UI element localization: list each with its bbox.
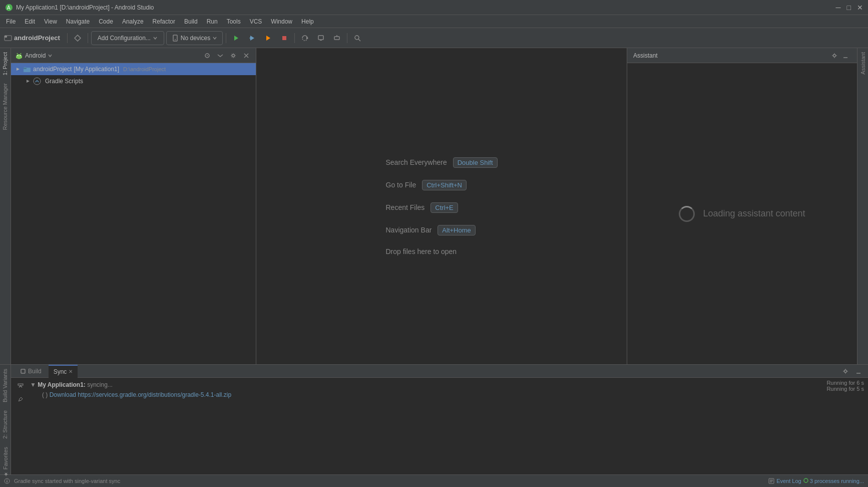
android-dropdown[interactable]: Android (25, 52, 53, 59)
hint-search-everywhere: Search Everywhere Double Shift (386, 157, 498, 168)
maximize-btn[interactable]: □ (847, 4, 851, 12)
right-vertical-tab: Assistant (857, 48, 868, 364)
bottom-action-icons (15, 380, 26, 472)
tree-expand-icon-root (15, 66, 21, 72)
tab-favorites[interactable]: ★ Favorites (0, 443, 11, 481)
search-everywhere-button[interactable] (350, 31, 364, 45)
folder-icon-root (23, 65, 31, 73)
sdk-button[interactable] (330, 31, 344, 45)
panel-close-icon[interactable] (241, 50, 252, 61)
collapse-all-icon[interactable] (215, 50, 226, 61)
svg-rect-35 (18, 384, 23, 385)
menu-help[interactable]: Help (297, 17, 318, 26)
processes-running[interactable]: 3 processes running... (803, 478, 864, 484)
add-configuration-button[interactable]: Add Configuration... (91, 31, 164, 45)
assistant-settings-icon[interactable] (829, 50, 840, 61)
debug-button[interactable] (245, 31, 259, 45)
svg-point-26 (232, 54, 235, 57)
tree-item-gradle[interactable]: Gradle Scripts (11, 75, 256, 87)
tab-structure[interactable]: 2: Structure (0, 406, 11, 443)
svg-rect-3 (5, 36, 7, 38)
tree-item-root[interactable]: androidProject [My Application1] D:\andr… (11, 63, 256, 75)
no-devices-button[interactable]: No devices (166, 31, 223, 45)
phone-icon (172, 35, 179, 42)
project-icon (4, 34, 12, 42)
sync-button[interactable] (298, 31, 312, 45)
svg-point-30 (833, 54, 836, 57)
pin-icon[interactable] (15, 394, 26, 405)
loading-spinner (679, 206, 695, 222)
run-button[interactable] (229, 31, 243, 45)
gradle-label: Gradle Scripts (45, 78, 83, 85)
assistant-minimize-icon[interactable] (840, 50, 851, 61)
loading-text: Loading assistant content (703, 208, 805, 219)
bottom-settings-icon[interactable] (840, 366, 851, 377)
menu-bar: File Edit View Navigate Code Analyze Ref… (0, 15, 868, 28)
svg-text:A: A (7, 5, 11, 11)
hint-drop-files: Drop files here to open (386, 248, 498, 256)
add-config-label: Add Configuration... (98, 35, 151, 42)
svg-marker-7 (250, 36, 254, 41)
sync-close-icon[interactable]: ✕ (69, 369, 73, 374)
svg-point-29 (34, 78, 41, 85)
event-log-label[interactable]: Event Log (776, 478, 801, 484)
editor-area: Search Everywhere Double Shift Go to Fil… (256, 48, 627, 364)
menu-refactor[interactable]: Refactor (149, 17, 179, 26)
stop-button[interactable] (277, 31, 291, 45)
android-label: Android (25, 52, 46, 59)
svg-rect-32 (21, 369, 25, 373)
project-panel: Android (11, 48, 256, 364)
navigate-icon-btn[interactable] (71, 31, 85, 45)
tab-build[interactable]: Build (15, 365, 47, 378)
hint-recent-label: Recent Files (386, 203, 425, 211)
build-tab-label: Build (28, 368, 42, 375)
locate-file-icon[interactable] (202, 50, 213, 61)
panel-settings-icon[interactable] (228, 50, 239, 61)
android-dropdown-arrow (48, 53, 53, 58)
build-log-right-status: Running for 6 s Running for 5 s (826, 380, 864, 392)
root-project-name: androidProject (33, 66, 72, 73)
menu-window[interactable]: Window (267, 17, 296, 26)
menu-navigate[interactable]: Navigate (62, 17, 94, 26)
menu-edit[interactable]: Edit (21, 17, 39, 26)
tab-build-variants[interactable]: Build Variants (0, 365, 11, 406)
bottom-minimize-icon[interactable] (853, 366, 864, 377)
svg-rect-28 (24, 68, 27, 69)
toolbar-sep-3 (226, 33, 226, 43)
menu-file[interactable]: File (2, 17, 20, 26)
menu-tools[interactable]: Tools (223, 17, 245, 26)
toolbar: androidProject Add Configuration... No d… (0, 28, 868, 48)
assistant-panel: Assistant Loading assistant content (627, 48, 857, 364)
svg-line-23 (21, 53, 21, 54)
menu-vcs[interactable]: VCS (246, 17, 266, 26)
profile-button[interactable] (261, 31, 275, 45)
menu-run[interactable]: Run (203, 17, 222, 26)
menu-analyze[interactable]: Analyze (118, 17, 148, 26)
tab-project[interactable]: 1: Project (0, 48, 11, 79)
tab-sync[interactable]: Sync ✕ (49, 365, 78, 378)
minimize-btn[interactable]: ─ (836, 4, 841, 12)
menu-view[interactable]: View (40, 17, 61, 26)
svg-marker-6 (234, 36, 238, 41)
svg-rect-10 (282, 36, 286, 40)
close-btn[interactable]: ✕ (857, 4, 863, 12)
svg-rect-14 (334, 37, 339, 40)
assistant-header: Assistant (627, 48, 857, 63)
tab-resource-manager[interactable]: Resource Manager (0, 79, 11, 134)
svg-point-21 (20, 55, 21, 56)
bottom-tabs: Build Sync ✕ (11, 365, 868, 378)
title-bar: A My Application1 [D:\androidProject] - … (0, 0, 868, 15)
root-path: D:\androidProject (123, 66, 166, 72)
scroll-to-top-icon[interactable] (15, 381, 26, 392)
assistant-title: Assistant (633, 52, 829, 59)
window-controls: ─ □ ✕ (836, 4, 863, 12)
right-tab-assistant[interactable]: Assistant (858, 48, 868, 79)
hint-nav-bar: Navigation Bar Alt+Home (386, 225, 498, 235)
menu-code[interactable]: Code (95, 17, 117, 26)
hint-recent-shortcut: Ctrl+E (430, 202, 458, 213)
processes-text: 3 processes running... (810, 478, 864, 484)
svg-point-43 (804, 478, 808, 482)
menu-build[interactable]: Build (180, 17, 202, 26)
avd-button[interactable] (314, 31, 328, 45)
svg-point-5 (175, 39, 176, 40)
